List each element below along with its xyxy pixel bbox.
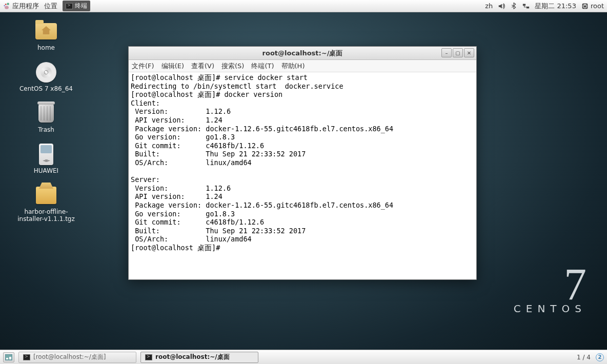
terminal-icon — [23, 354, 30, 360]
window-titlebar[interactable]: root@localhost:~/桌面 – ▢ ✕ — [129, 47, 476, 60]
menu-help[interactable]: 帮助(H) — [281, 62, 305, 71]
window-menubar: 文件(F) 编辑(E) 查看(V) 搜索(S) 终端(T) 帮助(H) — [129, 60, 476, 72]
svg-point-2 — [4, 5, 5, 6]
icon-label: home — [37, 44, 55, 51]
menu-view[interactable]: 查看(V) — [191, 62, 214, 71]
brand-version: 7 — [564, 267, 586, 302]
clock[interactable]: 星期二 21:53 — [535, 2, 576, 11]
media-player-icon — [39, 144, 53, 165]
terminal-window: root@localhost:~/桌面 – ▢ ✕ 文件(F) 编辑(E) 查看… — [128, 46, 477, 280]
desktop-icon-archive[interactable]: harbor-offline- installer-v1.1.1.tgz — [15, 185, 77, 223]
window-title: root@localhost:~/桌面 — [129, 49, 476, 58]
menu-file[interactable]: 文件(F) — [132, 62, 154, 71]
running-app-label: 终端 — [75, 2, 87, 10]
icon-label: CentOS 7 x86_64 — [19, 85, 73, 92]
icon-label: harbor-offline- installer-v1.1.1.tgz — [17, 208, 75, 223]
desktop-icon-disc[interactable]: CentOS 7 x86_64 — [15, 62, 77, 92]
terminal-icon — [66, 3, 73, 9]
desktop-icons: home CentOS 7 x86_64 Trash HUAWEI harbor… — [15, 21, 77, 223]
taskbar-item-active[interactable]: root@localhost:~/桌面 — [140, 352, 258, 363]
workspace-indicator[interactable]: 1 / 4 — [577, 354, 591, 361]
desktop-icon-trash[interactable]: Trash — [15, 103, 77, 133]
trash-icon — [38, 104, 54, 123]
taskbar-label: root@localhost:~/桌面 — [155, 353, 230, 361]
terminal-icon — [145, 354, 152, 360]
terminal-output[interactable]: [root@localhost 桌面]# service docker star… — [129, 72, 476, 279]
top-panel: 应用程序 位置 终端 zh 星期二 21:53 root — [0, 0, 607, 12]
desktop-icon-device[interactable]: HUAWEI — [15, 144, 77, 174]
maximize-button[interactable]: ▢ — [453, 48, 463, 57]
taskbar-item-inactive[interactable]: [root@localhost:~/桌面] — [18, 352, 136, 363]
svg-point-0 — [7, 3, 9, 5]
svg-rect-4 — [523, 4, 525, 6]
bottom-panel: [root@localhost:~/桌面] root@localhost:~/桌… — [0, 350, 607, 364]
menu-search[interactable]: 搜索(S) — [221, 62, 244, 71]
power-icon — [581, 3, 589, 10]
show-desktop-button[interactable] — [3, 352, 14, 362]
icon-label: HUAWEI — [34, 167, 58, 174]
applications-menu[interactable]: 应用程序 — [3, 2, 39, 11]
user-label: root — [591, 2, 604, 10]
places-label: 位置 — [44, 2, 57, 11]
menu-edit[interactable]: 编辑(E) — [161, 62, 184, 71]
dvd-icon — [36, 62, 56, 83]
minimize-button[interactable]: – — [441, 48, 452, 57]
archive-icon — [36, 187, 56, 204]
places-menu[interactable]: 位置 — [44, 2, 57, 11]
desktop-icon-home[interactable]: home — [15, 21, 77, 51]
svg-rect-11 — [9, 357, 11, 359]
brand-name: CENTOS — [514, 302, 586, 315]
centos-brand: 7 CENTOS — [514, 267, 586, 318]
network-icon[interactable] — [522, 3, 530, 10]
gnome-foot-icon — [3, 3, 10, 10]
volume-icon[interactable] — [498, 3, 505, 10]
svg-rect-10 — [6, 358, 8, 359]
icon-label: Trash — [38, 126, 54, 133]
user-menu[interactable]: root — [581, 2, 604, 10]
taskbar-label: [root@localhost:~/桌面] — [33, 353, 106, 361]
show-desktop-icon — [5, 354, 12, 360]
svg-point-1 — [5, 3, 7, 5]
bluetooth-icon[interactable] — [510, 3, 517, 10]
menu-terminal[interactable]: 终端(T) — [251, 62, 274, 71]
svg-point-3 — [5, 6, 9, 9]
applications-label: 应用程序 — [12, 2, 39, 11]
workspace-badge[interactable]: 2 — [596, 353, 604, 361]
input-method-indicator[interactable]: zh — [485, 2, 493, 10]
folder-home-icon — [35, 23, 57, 39]
close-button[interactable]: ✕ — [464, 48, 474, 57]
running-app-indicator[interactable]: 终端 — [63, 1, 90, 11]
